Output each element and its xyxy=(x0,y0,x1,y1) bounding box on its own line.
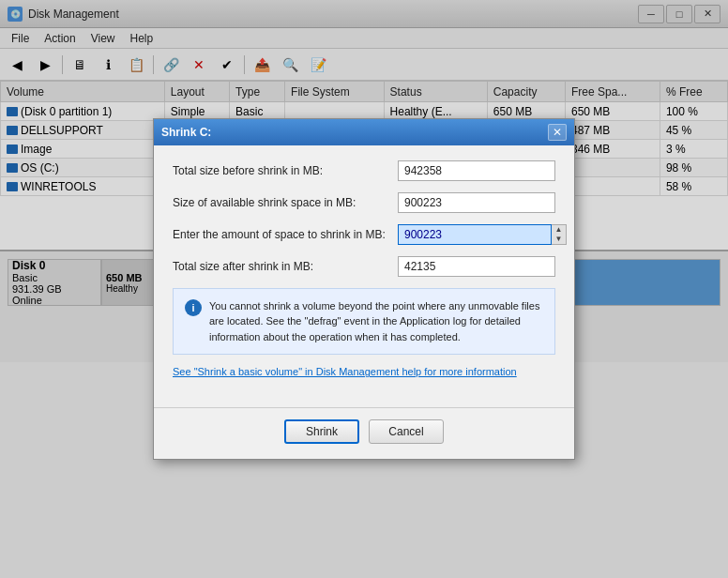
value-total-before: 942358 xyxy=(398,160,555,181)
dialog-title-bar: Shrink C: ✕ xyxy=(154,119,574,145)
info-text: You cannot shrink a volume beyond the po… xyxy=(209,298,543,345)
form-row-available: Size of available shrink space in MB: 90… xyxy=(173,192,555,213)
info-icon: i xyxy=(185,299,202,316)
label-total-after: Total size after shrink in MB: xyxy=(173,260,398,273)
spinner-up-button[interactable]: ▲ xyxy=(552,225,566,235)
modal-overlay: Shrink C: ✕ Total size before shrink in … xyxy=(0,0,728,578)
label-total-before: Total size before shrink in MB: xyxy=(173,164,398,177)
dialog-body: Total size before shrink in MB: 942358 S… xyxy=(154,145,574,408)
label-available: Size of available shrink space in MB: xyxy=(173,196,398,209)
value-total-after: 42135 xyxy=(398,256,555,277)
form-row-total-before: Total size before shrink in MB: 942358 xyxy=(173,160,555,181)
dialog-title: Shrink C: xyxy=(161,126,548,139)
form-row-amount: Enter the amount of space to shrink in M… xyxy=(173,224,555,245)
amount-input-group: ▲ ▼ xyxy=(398,224,567,245)
dialog-footer: Shrink Cancel xyxy=(154,407,574,459)
amount-input[interactable] xyxy=(398,224,552,245)
shrink-dialog: Shrink C: ✕ Total size before shrink in … xyxy=(153,118,575,461)
dialog-close-button[interactable]: ✕ xyxy=(548,124,567,141)
shrink-button[interactable]: Shrink xyxy=(284,419,359,444)
cancel-button[interactable]: Cancel xyxy=(369,419,444,444)
spinner-buttons: ▲ ▼ xyxy=(552,224,567,245)
value-available: 900223 xyxy=(398,192,555,213)
help-link[interactable]: See "Shrink a basic volume" in Disk Mana… xyxy=(173,366,555,377)
label-amount: Enter the amount of space to shrink in M… xyxy=(173,228,398,241)
spinner-down-button[interactable]: ▼ xyxy=(552,235,566,244)
form-row-total-after: Total size after shrink in MB: 42135 xyxy=(173,256,555,277)
info-box: i You cannot shrink a volume beyond the … xyxy=(173,288,555,356)
